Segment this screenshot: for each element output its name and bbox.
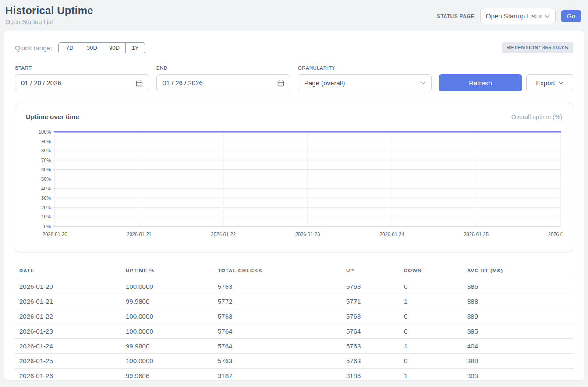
table-cell: 2026-01-25 bbox=[15, 354, 121, 369]
table-cell: 5763 bbox=[213, 354, 342, 369]
end-date-value: 01 / 26 / 2026 bbox=[163, 79, 203, 87]
granularity-select[interactable]: Page (overall) bbox=[298, 74, 432, 91]
table-cell: 388 bbox=[463, 294, 573, 309]
table-row: 2026-01-23100.0000576457640395 bbox=[15, 324, 573, 339]
granularity-field: GRANULARITY Page (overall) bbox=[298, 65, 432, 91]
svg-text:10%: 10% bbox=[41, 214, 51, 219]
svg-text:0%: 0% bbox=[44, 224, 51, 229]
table-cell: 5763 bbox=[213, 279, 342, 294]
table-cell: 2026-01-20 bbox=[15, 279, 121, 294]
table-cell: 100.0000 bbox=[121, 309, 213, 324]
svg-text:2026-01-25: 2026-01-25 bbox=[464, 232, 489, 237]
table-cell: 3186 bbox=[342, 369, 400, 383]
svg-text:40%: 40% bbox=[41, 186, 51, 191]
uptime-chart-card: Uptime over time Overall uptime (%) 0%10… bbox=[15, 103, 573, 252]
table-cell: 389 bbox=[463, 309, 573, 324]
start-date-field: START 01 / 20 / 2026 bbox=[15, 65, 149, 91]
table-cell: 5764 bbox=[342, 324, 400, 339]
quick-range-button-7d[interactable]: 7D bbox=[58, 42, 81, 53]
start-date-value: 01 / 20 / 2026 bbox=[21, 79, 61, 87]
retention-badge: RETENTION: 365 DAYS bbox=[502, 42, 573, 53]
svg-text:2026-01-24: 2026-01-24 bbox=[379, 232, 404, 237]
table-cell: 5763 bbox=[342, 339, 400, 354]
table-row: 2026-01-20100.0000576357630386 bbox=[15, 279, 573, 294]
table-cell: 1 bbox=[400, 339, 463, 354]
end-date-input[interactable]: 01 / 26 / 2026 bbox=[156, 74, 290, 91]
export-button-label: Export bbox=[536, 79, 555, 87]
clear-selection-icon[interactable]: × bbox=[538, 13, 542, 19]
table-cell: 5763 bbox=[213, 309, 342, 324]
table-head: DATEUPTIME %TOTAL CHECKSUPDOWNAVG RT (MS… bbox=[15, 264, 573, 279]
status-page-label: STATUS PAGE bbox=[437, 14, 475, 19]
header-controls: STATUS PAGE Open Startup List × Go bbox=[437, 8, 581, 24]
table-row: 2026-01-22100.0000576357630389 bbox=[15, 309, 573, 324]
table-column-header: AVG RT (MS) bbox=[463, 264, 573, 279]
table-cell: 1 bbox=[400, 294, 463, 309]
table-cell: 5763 bbox=[342, 279, 400, 294]
table-column-header: UPTIME % bbox=[121, 264, 213, 279]
table-cell: 3187 bbox=[213, 369, 342, 383]
go-button[interactable]: Go bbox=[561, 10, 581, 22]
page-header: Historical Uptime Open Startup List STAT… bbox=[0, 0, 588, 27]
svg-text:50%: 50% bbox=[41, 176, 51, 182]
quick-range-row: Quick range: 7D30D90D1Y RETENTION: 365 D… bbox=[15, 42, 573, 53]
table-cell: 5764 bbox=[213, 339, 342, 354]
table-column-header: DATE bbox=[15, 264, 121, 279]
table-cell: 99.9800 bbox=[121, 339, 213, 354]
table-body: 2026-01-20100.00005763576303862026-01-21… bbox=[15, 279, 573, 383]
quick-range-button-90d[interactable]: 90D bbox=[103, 42, 126, 53]
start-date-input[interactable]: 01 / 20 / 2026 bbox=[15, 74, 149, 91]
table-cell: 386 bbox=[463, 279, 573, 294]
start-date-label: START bbox=[15, 65, 149, 70]
table-cell: 2026-01-21 bbox=[15, 294, 121, 309]
table-row: 2026-01-2499.9800576457631404 bbox=[15, 339, 573, 354]
status-page-selected-value: Open Startup List bbox=[486, 12, 537, 20]
quick-range-label: Quick range: bbox=[15, 44, 52, 52]
table-cell: 390 bbox=[463, 369, 573, 383]
quick-range-group: 7D30D90D1Y bbox=[58, 42, 145, 53]
quick-range-button-30d[interactable]: 30D bbox=[81, 42, 103, 53]
end-date-label: END bbox=[156, 65, 290, 70]
table-cell: 0 bbox=[400, 324, 463, 339]
chart-legend: Overall uptime (%) bbox=[511, 113, 562, 120]
svg-text:80%: 80% bbox=[41, 148, 51, 153]
table-cell: 99.9686 bbox=[121, 369, 213, 383]
svg-text:60%: 60% bbox=[41, 167, 51, 172]
svg-text:2026-01-23: 2026-01-23 bbox=[295, 232, 320, 237]
end-date-field: END 01 / 26 / 2026 bbox=[156, 65, 290, 91]
svg-text:20%: 20% bbox=[41, 205, 51, 210]
calendar-icon[interactable] bbox=[277, 80, 284, 87]
table-cell: 100.0000 bbox=[121, 279, 213, 294]
status-page-select[interactable]: Open Startup List × bbox=[480, 8, 556, 24]
refresh-button[interactable]: Refresh bbox=[439, 74, 522, 91]
svg-text:90%: 90% bbox=[41, 139, 51, 144]
table-cell: 99.9800 bbox=[121, 294, 213, 309]
page-title: Historical Uptime bbox=[5, 4, 93, 17]
title-block: Historical Uptime Open Startup List bbox=[5, 4, 93, 25]
svg-text:100%: 100% bbox=[39, 129, 51, 134]
table-cell: 5763 bbox=[342, 354, 400, 369]
table-row: 2026-01-2199.9800577257711388 bbox=[15, 294, 573, 309]
table-cell: 100.0000 bbox=[121, 354, 213, 369]
table-header-row: DATEUPTIME %TOTAL CHECKSUPDOWNAVG RT (MS… bbox=[15, 264, 573, 279]
chevron-down-icon bbox=[545, 14, 550, 18]
table-column-header: TOTAL CHECKS bbox=[213, 264, 342, 279]
svg-text:70%: 70% bbox=[41, 158, 51, 163]
table-cell: 395 bbox=[463, 324, 573, 339]
chevron-down-icon bbox=[420, 81, 425, 85]
svg-text:30%: 30% bbox=[41, 195, 51, 201]
table-cell: 2026-01-24 bbox=[15, 339, 121, 354]
table-cell: 404 bbox=[463, 339, 573, 354]
chart-title: Uptime over time bbox=[26, 113, 79, 120]
table-column-header: DOWN bbox=[400, 264, 463, 279]
calendar-icon[interactable] bbox=[136, 80, 143, 87]
table-cell: 0 bbox=[400, 279, 463, 294]
table-row: 2026-01-25100.0000576357630388 bbox=[15, 354, 573, 369]
quick-range-button-1y[interactable]: 1Y bbox=[125, 42, 145, 53]
export-button[interactable]: Export bbox=[526, 74, 573, 91]
granularity-selected-value: Page (overall) bbox=[304, 79, 345, 87]
table-cell: 2026-01-23 bbox=[15, 324, 121, 339]
table-row: 2026-01-2699.9686318731861390 bbox=[15, 369, 573, 383]
granularity-label: GRANULARITY bbox=[298, 65, 432, 70]
table-cell: 0 bbox=[400, 309, 463, 324]
